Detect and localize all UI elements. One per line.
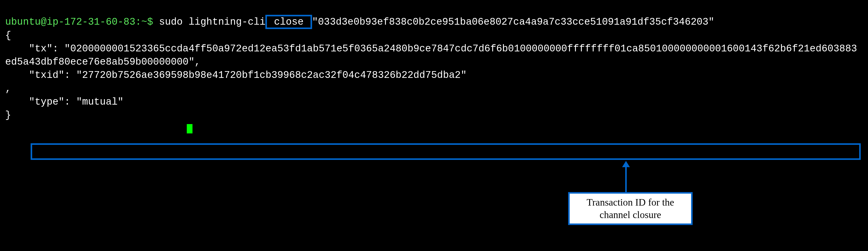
type-value: "mutual" [76,96,123,108]
terminal-output: ubuntu@ip-172-31-60-83:~$ sudo lightning… [5,2,863,135]
callout-annotation: Transaction ID for the channel closure [568,192,693,225]
tx-value: "0200000001523365ccda4ff50a972ed12ea53fd… [5,43,857,67]
command-text-1: sudo lightning-cli [153,16,266,28]
shell-prompt: ubuntu@ip-172-31-60-83:~$ [5,16,153,28]
json-close-brace: } [5,110,11,121]
command-text-2: "033d3e0b93ef838c0b2ce951ba06e8027ca4a9a… [312,16,714,28]
comma-line: , [5,83,11,94]
txid-value: "27720b7526ae369598b98e41720bf1cb39968c2… [76,69,467,81]
json-open-brace: { [5,30,11,41]
tx-key: "tx": [5,43,64,54]
callout-text-line2: channel closure [599,209,661,220]
callout-arrowhead [622,161,630,167]
terminal-cursor [187,124,192,133]
txid-key: "txid": [5,69,76,81]
callout-text-line1: Transaction ID for the [587,197,674,208]
close-subcommand-highlight: close [266,15,312,29]
txid-highlight-box [31,143,861,160]
type-key: "type": [5,96,76,108]
